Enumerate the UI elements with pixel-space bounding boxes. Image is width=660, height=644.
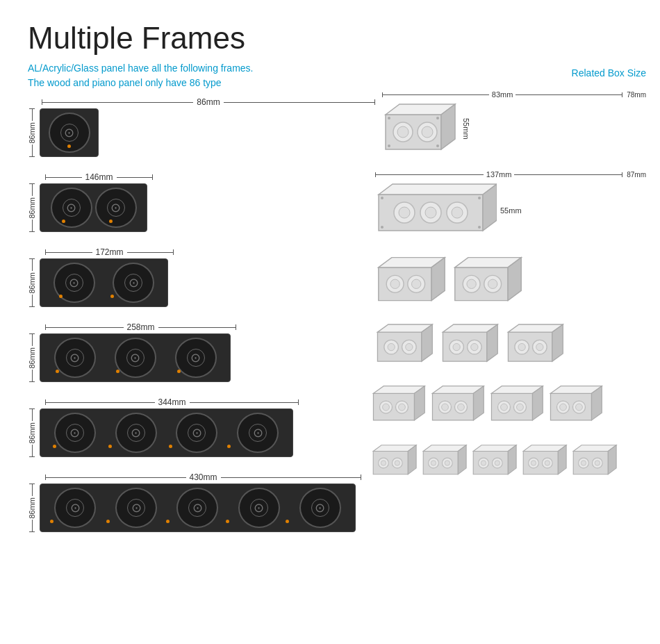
svg-point-17 xyxy=(425,207,436,218)
socket-5-3 xyxy=(176,413,217,453)
related-box-size-label: Related Box Size xyxy=(572,67,646,79)
box-row-3 xyxy=(368,254,646,308)
frame-row-5: 344mm 86mm xyxy=(28,397,375,457)
box-5d xyxy=(549,383,606,429)
box-6c xyxy=(472,441,520,483)
socket-6-5 xyxy=(299,488,341,528)
right-panel: 83mm 78mm xyxy=(368,90,646,483)
svg-point-42 xyxy=(388,343,395,350)
svg-point-6 xyxy=(422,126,433,138)
svg-point-107 xyxy=(495,461,500,465)
socket-5-4 xyxy=(237,413,279,453)
frame-2-height-label: 86mm xyxy=(28,196,36,220)
socket-6-3 xyxy=(176,488,218,528)
frame-2-width-label: 146mm xyxy=(82,172,117,182)
svg-point-72 xyxy=(458,404,465,411)
frame-row-4: 258mm 86mm xyxy=(28,322,375,382)
box-1-height: 55mm xyxy=(462,118,470,140)
box-row-6 xyxy=(368,441,646,483)
box-2-height: 55mm xyxy=(500,206,522,215)
frame-1-width-label: 86mm xyxy=(193,97,223,107)
frame-row-6: 430mm 86mm xyxy=(28,472,375,532)
box-6d xyxy=(522,441,570,483)
box-1-svg xyxy=(382,101,459,156)
svg-point-65 xyxy=(399,404,406,411)
box-5c xyxy=(490,383,547,429)
socket-4-3 xyxy=(175,338,217,378)
frame-6-width-label: 430mm xyxy=(186,472,221,482)
subtitle: AL/Acrylic/Glass panel have all the foll… xyxy=(28,61,632,90)
socket-6-4 xyxy=(238,488,280,528)
socket-6-2 xyxy=(115,488,157,528)
socket-2-1 xyxy=(51,188,92,228)
box-1-depth: 78mm xyxy=(627,91,646,99)
svg-point-84 xyxy=(560,404,567,411)
svg-point-9 xyxy=(388,145,390,147)
frame-row-1: 86mm 86mm xyxy=(28,97,375,157)
svg-point-93 xyxy=(395,461,399,465)
box-3a-svg xyxy=(375,254,448,308)
svg-point-63 xyxy=(383,404,390,411)
socket-5-1 xyxy=(54,413,96,453)
page-title: Multiple Frames xyxy=(28,21,632,56)
frame-4 xyxy=(40,333,231,382)
svg-point-21 xyxy=(478,197,481,199)
svg-point-114 xyxy=(545,461,550,465)
frame-3 xyxy=(40,258,168,307)
svg-point-8 xyxy=(436,117,439,119)
frame-4-width-label: 258mm xyxy=(124,322,158,332)
svg-point-58 xyxy=(536,343,543,350)
subtitle-line2: The wood and piano panel only have 86 ty… xyxy=(28,76,632,90)
frame-5 xyxy=(40,408,293,457)
svg-point-22 xyxy=(381,226,383,229)
svg-point-56 xyxy=(518,343,525,350)
frames-panel: 86mm 86mm xyxy=(28,97,375,547)
svg-point-112 xyxy=(531,461,536,465)
frame-2 xyxy=(40,183,147,232)
socket-6-1 xyxy=(54,488,96,528)
box-4a-svg xyxy=(375,320,438,370)
socket-3-2 xyxy=(113,263,154,303)
box-6e xyxy=(572,441,620,483)
page-container: Multiple Frames AL/Acrylic/Glass panel h… xyxy=(0,0,660,644)
frame-1-height-label: 86mm xyxy=(28,121,36,145)
frame-6-height-label: 86mm xyxy=(28,496,36,520)
frame-row-2: 146mm 86mm xyxy=(28,172,375,232)
svg-point-119 xyxy=(581,461,586,465)
frame-3-height-label: 86mm xyxy=(28,271,36,295)
svg-marker-12 xyxy=(379,184,497,195)
svg-point-15 xyxy=(399,207,410,218)
svg-point-98 xyxy=(431,461,436,465)
subtitle-line1: AL/Acrylic/Glass panel have all the foll… xyxy=(28,61,632,76)
socket-4-1 xyxy=(54,338,96,378)
svg-point-4 xyxy=(397,126,409,138)
svg-point-44 xyxy=(406,343,413,350)
box-4b-svg xyxy=(440,320,503,370)
svg-point-28 xyxy=(390,279,399,288)
box-row-1: 83mm 78mm xyxy=(368,90,646,156)
svg-point-79 xyxy=(517,404,524,411)
svg-point-7 xyxy=(388,117,390,119)
svg-point-10 xyxy=(436,145,439,147)
box-6a xyxy=(372,441,420,483)
box-2-width: 137mm xyxy=(484,170,515,179)
svg-point-30 xyxy=(412,279,421,288)
box-5b xyxy=(431,383,488,429)
svg-point-20 xyxy=(381,197,383,199)
svg-point-49 xyxy=(453,343,460,350)
svg-point-121 xyxy=(595,461,600,465)
box-row-4 xyxy=(368,320,646,370)
svg-point-105 xyxy=(481,461,486,465)
box-5a xyxy=(372,383,429,429)
frame-6 xyxy=(40,484,356,532)
svg-point-100 xyxy=(445,461,449,465)
frame-5-height-label: 86mm xyxy=(28,421,36,445)
svg-point-51 xyxy=(471,343,478,350)
svg-point-70 xyxy=(442,404,449,411)
frame-3-width-label: 172mm xyxy=(92,247,127,257)
socket-4-2 xyxy=(115,338,156,378)
frame-row-3: 172mm 86mm xyxy=(28,247,375,307)
svg-point-91 xyxy=(381,461,386,465)
socket-2-2 xyxy=(95,188,137,228)
box-6b xyxy=(422,441,470,483)
